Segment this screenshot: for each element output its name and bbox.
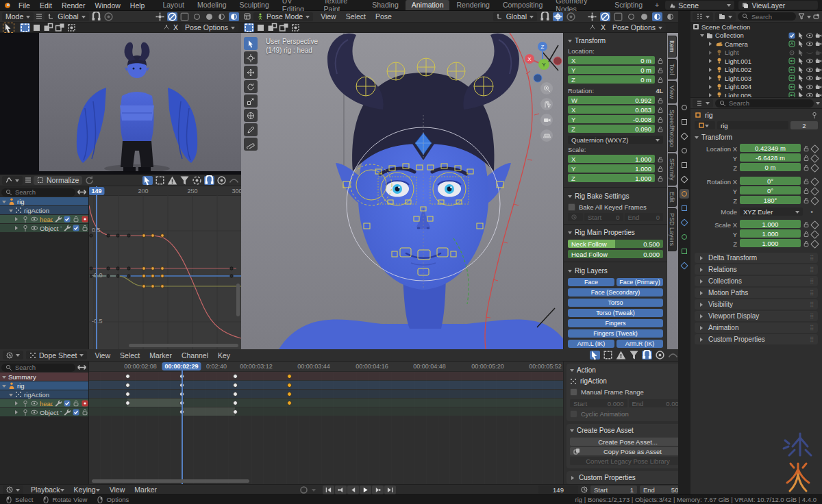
custom-properties-header[interactable]: Custom Properties bbox=[570, 473, 686, 483]
jump-start-button[interactable] bbox=[323, 486, 334, 494]
section-collections[interactable]: Collections⣿ bbox=[695, 276, 818, 286]
main-xray-toggle-icon[interactable] bbox=[613, 12, 623, 21]
collapsed-triangle-icon[interactable] bbox=[700, 268, 705, 272]
unlock-icon[interactable] bbox=[804, 197, 809, 204]
scene-picker[interactable]: Scene bbox=[665, 1, 734, 10]
outliner-row-scene-collection[interactable]: Scene Collection bbox=[690, 23, 822, 32]
rig-layers-header[interactable]: Rig Layers bbox=[568, 266, 663, 276]
dope-channel-summary[interactable]: Summary bbox=[0, 373, 88, 381]
mute-icon[interactable] bbox=[82, 216, 88, 223]
eye-toggle-icon[interactable] bbox=[806, 40, 813, 47]
keyframe-diamond-icon[interactable] bbox=[810, 154, 819, 163]
action-panel-header[interactable]: Action bbox=[570, 365, 686, 375]
expanded-triangle-icon[interactable] bbox=[9, 394, 13, 399]
select-mode-4-icon[interactable] bbox=[55, 23, 65, 32]
section-relations[interactable]: Relations⣿ bbox=[695, 264, 818, 275]
pointer-toggle-icon[interactable] bbox=[797, 66, 804, 73]
tool-measure[interactable] bbox=[244, 138, 258, 151]
proportional-edit-icon[interactable] bbox=[103, 12, 114, 21]
field-y[interactable]: Y-0.008 bbox=[568, 115, 655, 123]
keyframe-diamond-icon[interactable] bbox=[810, 230, 819, 239]
unlock-icon[interactable] bbox=[658, 107, 663, 114]
dope-cursor-icon[interactable] bbox=[590, 351, 600, 360]
collapsed-triangle-icon[interactable] bbox=[709, 59, 714, 63]
field-y[interactable]: Y0 m bbox=[568, 66, 655, 74]
camera-pose-options-dropdown[interactable]: Pose Options bbox=[182, 23, 238, 32]
dope-playhead[interactable] bbox=[182, 362, 183, 484]
pose-asset-header[interactable]: Create Pose Asset bbox=[570, 425, 686, 436]
dope-channel-object-transform[interactable]: Object Transform bbox=[0, 408, 88, 416]
collapsed-triangle-icon[interactable] bbox=[700, 279, 705, 284]
camera-toggle-icon[interactable] bbox=[815, 40, 822, 47]
select-mode-2-icon[interactable] bbox=[32, 23, 42, 32]
graph-area[interactable]: 200250300 bbox=[89, 186, 241, 349]
outliner-row-collection[interactable]: Collection bbox=[690, 32, 822, 40]
lock-icon[interactable] bbox=[82, 225, 88, 231]
tool-tweak[interactable] bbox=[244, 37, 258, 50]
shading-material-icon[interactable] bbox=[216, 12, 227, 21]
unlock-icon[interactable] bbox=[658, 58, 663, 64]
rig-layer-fingers[interactable]: Fingers bbox=[568, 319, 663, 327]
enable-checkbox-icon[interactable] bbox=[73, 225, 79, 231]
lock-icon[interactable] bbox=[73, 400, 79, 407]
collapsed-triangle-icon[interactable] bbox=[709, 42, 714, 46]
dope-grid[interactable]: 00:00:02:080:02:4000:00:03:1200:00:03:44… bbox=[89, 362, 563, 484]
modifier-icon[interactable] bbox=[55, 400, 62, 407]
dope-menu-channel[interactable]: Channel bbox=[177, 351, 213, 360]
camera-toggle-icon[interactable] bbox=[815, 66, 822, 73]
next-keyframe-button[interactable] bbox=[372, 486, 384, 494]
action-name[interactable]: rigAction bbox=[580, 377, 607, 385]
properties-nav-dropdown[interactable] bbox=[693, 99, 713, 108]
editor-menu-icon[interactable] bbox=[25, 177, 32, 184]
menu-help[interactable]: Help bbox=[125, 1, 150, 10]
camera-toggle-icon[interactable] bbox=[815, 58, 822, 64]
graph-editor-type-dropdown[interactable] bbox=[2, 176, 23, 185]
unlock-icon[interactable] bbox=[804, 231, 809, 238]
viewlayer-picker[interactable]: ViewLayer bbox=[738, 1, 818, 10]
shading-rendered-icon[interactable] bbox=[229, 12, 239, 21]
rig-bake-header[interactable]: Rig Bake Settings bbox=[568, 191, 663, 201]
enable-checkbox-icon[interactable] bbox=[73, 409, 79, 416]
camera-dim-toggle-icon[interactable] bbox=[815, 49, 822, 56]
graph-channel-rig[interactable]: rig bbox=[0, 197, 88, 205]
mirror-x-toggle[interactable]: X bbox=[171, 23, 180, 32]
graph-channel-rigaction[interactable]: rigAction bbox=[0, 206, 88, 214]
keyframe[interactable] bbox=[125, 383, 130, 388]
bake-end-field[interactable]: End0 bbox=[625, 213, 664, 221]
keyframe-diamond-icon[interactable] bbox=[810, 177, 819, 186]
collapsed-triangle-icon[interactable] bbox=[15, 217, 20, 221]
perspective-toggle-icon[interactable] bbox=[540, 129, 553, 142]
active-tool-icon[interactable] bbox=[3, 23, 14, 33]
eye-icon[interactable] bbox=[31, 409, 38, 416]
properties-tab-output[interactable] bbox=[680, 131, 689, 141]
keyframe[interactable] bbox=[233, 383, 238, 388]
editor-type-icon[interactable] bbox=[244, 13, 251, 20]
properties-search-input[interactable]: Search bbox=[715, 99, 814, 108]
outliner-search-input[interactable]: Search bbox=[738, 12, 796, 21]
graph-vscrollbar[interactable] bbox=[236, 284, 240, 316]
unlock-icon[interactable] bbox=[804, 188, 809, 194]
properties-tab-tool[interactable] bbox=[680, 103, 689, 112]
dope-menu-marker[interactable]: Marker bbox=[145, 351, 177, 360]
frame-start-field[interactable]: Start1 bbox=[590, 486, 637, 494]
main-select-mode-2-icon[interactable] bbox=[256, 23, 266, 32]
n-tab-tool[interactable]: Tool bbox=[668, 59, 677, 80]
prop-field[interactable]: 1.000 bbox=[740, 229, 801, 238]
main-shading-wireframe-icon[interactable] bbox=[626, 12, 636, 21]
keyframe[interactable] bbox=[287, 374, 292, 379]
workspace-tab-modeling[interactable]: Modeling bbox=[191, 0, 233, 10]
rotation-mode-dropdown[interactable]: Quaternion (WXYZ) bbox=[568, 136, 663, 144]
graph-expand-icon[interactable] bbox=[77, 188, 87, 197]
properties-tab-scene[interactable] bbox=[680, 160, 689, 170]
keyframe-diamond-icon[interactable] bbox=[810, 187, 819, 196]
collapsed-triangle-icon[interactable] bbox=[709, 85, 714, 89]
shading-solid-icon[interactable] bbox=[204, 12, 214, 21]
keyframe[interactable] bbox=[233, 374, 238, 379]
id-type-dropdown[interactable] bbox=[695, 121, 715, 129]
enable-checkbox-icon[interactable] bbox=[64, 400, 71, 407]
dope-hscrollbar[interactable] bbox=[92, 479, 249, 483]
funnel-icon[interactable] bbox=[798, 13, 805, 20]
camera-orientation-dropdown[interactable]: Global bbox=[45, 12, 88, 21]
pointer-toggle-icon[interactable] bbox=[797, 40, 804, 47]
cyclic-checkbox[interactable] bbox=[570, 410, 577, 418]
